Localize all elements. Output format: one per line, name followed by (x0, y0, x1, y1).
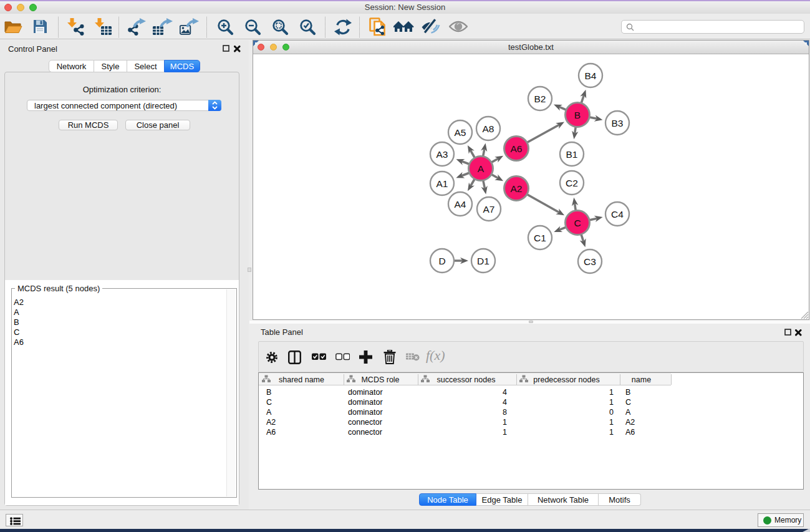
svg-text:A6: A6 (511, 143, 523, 154)
svg-text:B4: B4 (585, 70, 597, 81)
svg-text:C: C (574, 218, 581, 228)
svg-text:B3: B3 (612, 118, 624, 128)
svg-text:C4: C4 (611, 209, 624, 220)
svg-text:C2: C2 (566, 178, 578, 188)
svg-text:A8: A8 (483, 123, 494, 134)
svg-text:A: A (478, 163, 485, 174)
svg-text:A1: A1 (436, 178, 448, 189)
svg-text:A2: A2 (511, 183, 523, 194)
svg-text:B1: B1 (566, 149, 578, 160)
svg-text:B: B (574, 110, 581, 120)
svg-text:C3: C3 (584, 256, 596, 267)
svg-text:D1: D1 (477, 256, 489, 266)
svg-text:B2: B2 (534, 94, 546, 104)
svg-text:A4: A4 (455, 199, 466, 210)
svg-text:C1: C1 (534, 233, 546, 243)
svg-text:A7: A7 (483, 204, 495, 215)
svg-text:A5: A5 (455, 127, 466, 138)
svg-text:A3: A3 (436, 149, 448, 160)
svg-text:D: D (438, 256, 445, 266)
